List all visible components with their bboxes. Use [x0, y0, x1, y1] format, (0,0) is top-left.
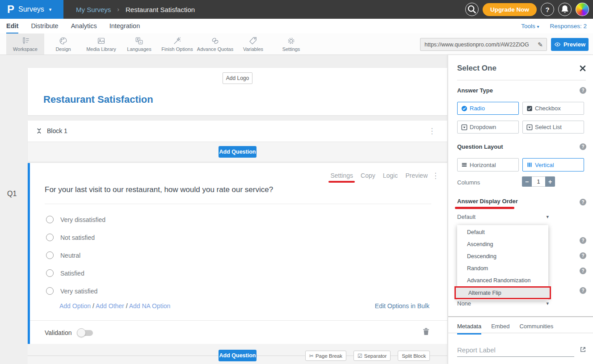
notifications-button[interactable]	[558, 3, 572, 16]
question-tab-preview[interactable]: Preview	[405, 172, 428, 179]
help-icon[interactable]: ?	[580, 143, 586, 150]
menu-item-random[interactable]: Random	[457, 262, 548, 274]
answer-type-radio[interactable]: Radio	[457, 102, 519, 115]
avatar[interactable]	[576, 3, 589, 16]
toolbar-item-advance-quotas[interactable]: Advance Quotas	[196, 33, 234, 54]
help-icon[interactable]: ?	[580, 87, 586, 94]
check-circle-icon	[461, 105, 467, 112]
report-label-input[interactable]	[457, 345, 574, 357]
question-tab-copy[interactable]: Copy	[361, 172, 375, 179]
tab-integration[interactable]: Integration	[109, 19, 140, 33]
layout-horizontal[interactable]: Horizontal	[457, 158, 519, 172]
answer-display-order-select[interactable]: Default ▾	[457, 213, 549, 220]
radio-icon[interactable]	[46, 269, 54, 277]
collapse-block-icon[interactable]	[36, 127, 42, 136]
upgrade-now-button[interactable]: Upgrade Now	[483, 3, 537, 16]
answer-type-option-label: Dropdown	[470, 124, 496, 130]
product-switcher[interactable]: P Surveys ▾	[0, 0, 63, 19]
add-na-option-link[interactable]: Add NA Option	[129, 302, 171, 310]
tab-edit[interactable]: Edit	[6, 19, 18, 33]
toolbar-item-languages[interactable]: A Languages	[120, 33, 158, 54]
menu-item-advanced-randomization[interactable]: Advanced Randomization	[457, 274, 548, 286]
help-icon[interactable]: ?	[580, 199, 586, 205]
page-break-button[interactable]: ✂ Page Break	[305, 351, 346, 361]
tab-metadata[interactable]: Metadata	[457, 323, 481, 335]
toolbar-item-media-library[interactable]: Media Library	[82, 33, 120, 54]
edit-options-in-bulk-link[interactable]: Edit Options in Bulk	[375, 302, 429, 310]
expand-icon[interactable]	[580, 346, 586, 355]
answer-type-checkbox[interactable]: Checkbox	[522, 102, 584, 115]
add-question-button[interactable]: Add Question	[219, 146, 257, 158]
menu-item-descending[interactable]: Descending	[457, 250, 548, 262]
answer-option-label[interactable]: Satisfied	[60, 270, 84, 277]
answer-option-label[interactable]: Not satisfied	[60, 234, 95, 241]
toolbar-item-workspace[interactable]: Workspace	[6, 33, 44, 54]
layout-option-label: Vertical	[535, 162, 554, 168]
survey-url-input[interactable]	[421, 42, 534, 48]
radio-icon[interactable]	[46, 234, 54, 241]
survey-title[interactable]: Restaurant Satisfaction	[43, 94, 153, 105]
toolbar-item-design[interactable]: Design	[44, 33, 82, 54]
search-button[interactable]	[465, 3, 479, 16]
toolbar-label: Media Library	[86, 46, 116, 52]
question-menu-icon[interactable]: ⋮	[432, 171, 439, 180]
survey-nav-right: Tools ▾ Responses: 2	[521, 19, 587, 33]
radio-icon[interactable]	[46, 216, 54, 223]
tab-analytics[interactable]: Analytics	[71, 19, 97, 33]
split-block-button[interactable]: Split Block	[398, 351, 430, 361]
toolbar-item-variables[interactable]: Variables	[234, 33, 272, 54]
tab-embed[interactable]: Embed	[491, 323, 509, 335]
scissors-icon: ✂	[309, 353, 314, 359]
answer-type-dropdown[interactable]: Dropdown	[457, 121, 519, 134]
help-button[interactable]: ?	[541, 3, 554, 16]
edit-url-icon[interactable]: ✎	[534, 41, 547, 48]
radio-icon[interactable]	[46, 287, 54, 295]
add-option-link[interactable]: Add Option	[59, 302, 91, 310]
toolbar-item-settings[interactable]: Settings	[272, 33, 310, 54]
divider	[45, 204, 431, 204]
tools-menu[interactable]: Tools ▾	[521, 23, 539, 29]
increment-button[interactable]: +	[545, 176, 555, 187]
responses-count[interactable]: Responses: 2	[550, 23, 587, 29]
breadcrumb-my-surveys[interactable]: My Surveys	[76, 6, 111, 13]
decrement-button[interactable]: −	[522, 176, 532, 187]
answer-option-label[interactable]: Very dissatisfied	[60, 216, 105, 223]
answer-option-label[interactable]: Neutral	[60, 252, 80, 259]
help-icon[interactable]: ?	[580, 287, 586, 294]
menu-item-ascending[interactable]: Ascending	[457, 238, 548, 250]
question-number: Q1	[7, 190, 17, 198]
help-icon[interactable]: ?	[580, 237, 586, 244]
question-text[interactable]: For your last visit to our restaurant, h…	[45, 185, 273, 194]
menu-item-default[interactable]: Default	[457, 226, 548, 238]
menu-item-alternate-flip[interactable]: Alternate Flip	[454, 286, 551, 299]
toolbar-label: Settings	[282, 46, 300, 52]
block-title[interactable]: Block 1	[47, 127, 67, 134]
tab-communities[interactable]: Communities	[519, 323, 553, 335]
toolbar-label: Workspace	[13, 46, 38, 52]
validation-toggle[interactable]	[78, 330, 93, 336]
add-logo-button[interactable]: Add Logo	[223, 72, 252, 84]
close-icon[interactable]	[580, 65, 586, 73]
preview-button[interactable]: Preview	[551, 38, 589, 51]
separator-button[interactable]: ☑ Separator	[353, 351, 391, 361]
add-question-button-bottom[interactable]: Add Question	[219, 350, 257, 361]
help-icon[interactable]: ?	[580, 268, 586, 274]
block-menu-icon[interactable]: ⋮	[428, 126, 436, 136]
answer-type-select-list[interactable]: Select List	[522, 121, 584, 134]
question-tab-settings[interactable]: Settings	[330, 172, 353, 179]
secondary-select[interactable]: None ▾	[457, 300, 549, 307]
layout-vertical[interactable]: Vertical	[522, 158, 584, 172]
answer-option-label[interactable]: Very satisfied	[60, 288, 97, 295]
editor-content: Q1 Add Logo Restaurant Satisfaction Bloc…	[0, 55, 593, 364]
workspace-icon	[21, 36, 30, 46]
delete-question-icon[interactable]	[423, 327, 429, 337]
toolbar-item-finish-options[interactable]: Finish Options	[158, 33, 196, 54]
columns-value[interactable]	[532, 176, 545, 187]
radio-icon[interactable]	[46, 251, 54, 259]
toolbar-label: Languages	[127, 46, 151, 52]
tab-distribute[interactable]: Distribute	[31, 19, 58, 33]
toolbar-label: Finish Options	[161, 46, 193, 52]
add-other-link[interactable]: Add Other	[96, 302, 124, 310]
help-icon[interactable]: ?	[580, 252, 586, 259]
question-tab-logic[interactable]: Logic	[383, 172, 398, 179]
